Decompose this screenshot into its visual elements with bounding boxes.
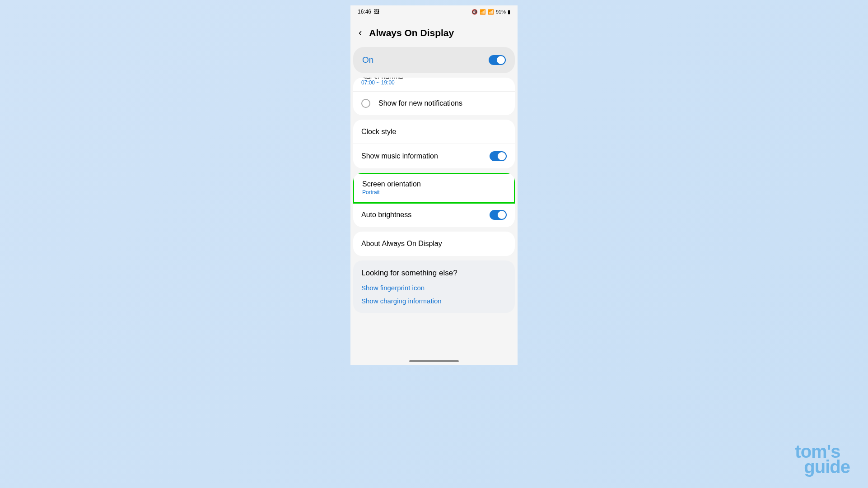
watermark-logo: tom's guide: [795, 444, 850, 474]
music-info-label: Show music information: [361, 152, 438, 160]
looking-title: Looking for something else?: [361, 269, 507, 278]
phone-screen: 16:46 🖼 🔇 📶 📶 91% ▮ ‹ Always On Display …: [350, 5, 518, 365]
notifications-label: Show for new notifications: [378, 99, 462, 107]
screen-orientation-highlight: Screen orientation Portrait: [353, 173, 515, 204]
status-time: 16:46: [358, 9, 371, 15]
battery-percent: 91%: [496, 9, 506, 14]
orientation-label: Screen orientation: [362, 180, 421, 188]
schedule-card: Set schedule 07:00 ~ 19:00 Show for new …: [353, 78, 515, 115]
charging-link[interactable]: Show charging information: [361, 297, 507, 305]
screen-orientation-row[interactable]: Screen orientation Portrait: [354, 174, 514, 202]
notifications-row[interactable]: Show for new notifications: [353, 92, 515, 115]
orientation-brightness-card: Screen orientation Portrait Auto brightn…: [353, 173, 515, 227]
on-toggle-card[interactable]: On: [353, 47, 515, 73]
on-toggle-switch[interactable]: [489, 55, 506, 65]
music-info-row[interactable]: Show music information: [353, 144, 515, 168]
looking-card: Looking for something else? Show fingerp…: [353, 260, 515, 313]
about-label: About Always On Display: [361, 240, 442, 248]
about-card: About Always On Display: [353, 232, 515, 256]
auto-brightness-toggle[interactable]: [490, 210, 507, 220]
orientation-value: Portrait: [362, 189, 421, 195]
music-info-toggle[interactable]: [490, 151, 507, 161]
status-bar: 16:46 🖼 🔇 📶 📶 91% ▮: [350, 5, 518, 18]
status-right: 🔇 📶 📶 91% ▮: [471, 9, 510, 15]
signal-icon: 📶: [488, 9, 494, 15]
status-left: 16:46 🖼: [358, 9, 379, 15]
wifi-icon: 📶: [480, 9, 486, 15]
battery-icon: ▮: [508, 9, 510, 15]
set-schedule-label: Set schedule: [361, 78, 507, 79]
home-indicator[interactable]: [409, 360, 459, 362]
on-label: On: [362, 55, 373, 65]
about-row[interactable]: About Always On Display: [353, 232, 515, 256]
set-schedule-value: 07:00 ~ 19:00: [361, 79, 507, 86]
back-button[interactable]: ‹: [359, 27, 362, 39]
watermark-line2: guide: [795, 459, 850, 474]
page-title: Always On Display: [369, 28, 454, 38]
style-card: Clock style Show music information: [353, 120, 515, 168]
clock-style-label: Clock style: [361, 128, 396, 136]
orientation-content: Screen orientation Portrait: [362, 180, 421, 195]
mute-icon: 🔇: [471, 9, 478, 15]
header: ‹ Always On Display: [350, 18, 518, 47]
auto-brightness-label: Auto brightness: [361, 211, 411, 219]
clock-style-row[interactable]: Clock style: [353, 120, 515, 144]
auto-brightness-row[interactable]: Auto brightness: [353, 203, 515, 227]
set-schedule-row[interactable]: Set schedule 07:00 ~ 19:00: [353, 78, 515, 91]
fingerprint-link[interactable]: Show fingerprint icon: [361, 284, 507, 292]
radio-unchecked-icon[interactable]: [361, 99, 370, 108]
image-icon: 🖼: [374, 9, 379, 15]
